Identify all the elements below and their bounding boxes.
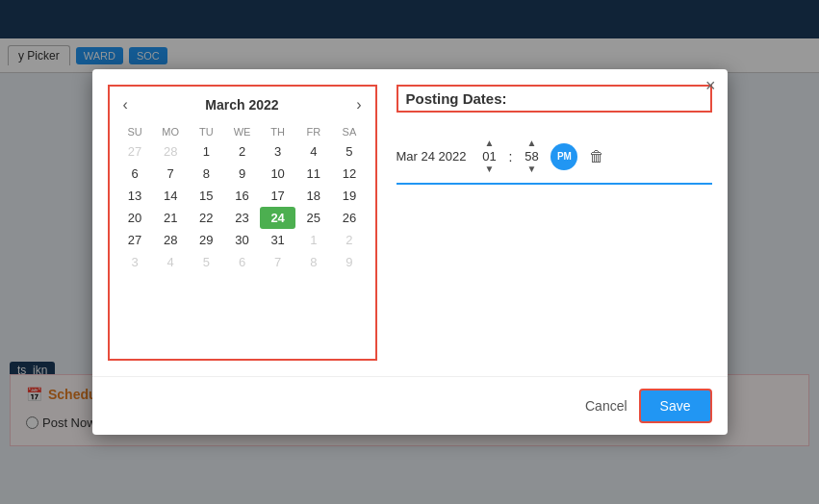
calendar-day[interactable]: 31 [260,229,295,251]
calendar-day[interactable]: 7 [260,251,295,273]
delete-icon[interactable]: 🗑 [589,148,604,165]
calendar-row: 3456789 [117,251,368,273]
calendar-day[interactable]: 1 [295,229,331,251]
calendar-day[interactable]: 3 [260,140,295,163]
calendar-row: 13141516171819 [117,185,368,207]
calendar-day[interactable]: 5 [331,140,367,163]
hour-value: 01 [478,149,501,164]
minute-spinner: ▲ 58 ▼ [520,138,543,175]
calendar-nav: ‹ March 2022 › [117,94,368,115]
col-tu: TU [189,123,224,140]
calendar-grid: SU MO TU WE TH FR SA 2728123456789101112… [117,123,368,273]
calendar-day[interactable]: 2 [224,140,260,163]
calendar-day[interactable]: 19 [331,185,367,207]
calendar-day[interactable]: 28 [153,140,189,163]
calendar-row: 6789101112 [117,163,368,185]
calendar-day[interactable]: 24 [260,207,295,229]
calendar-day[interactable]: 27 [117,229,153,251]
calendar-day[interactable]: 12 [331,163,367,185]
calendar-day[interactable]: 6 [224,251,260,273]
col-th: TH [260,123,295,140]
calendar-day[interactable]: 28 [153,229,189,251]
modal-body: ‹ March 2022 › SU MO TU WE TH FR SA [92,69,728,376]
calendar-day[interactable]: 5 [189,251,224,273]
minute-value: 58 [520,149,543,164]
calendar-day[interactable]: 9 [224,163,260,185]
hour-up-button[interactable]: ▲ [482,138,498,149]
calendar-day[interactable]: 2 [331,229,367,251]
calendar-section: ‹ March 2022 › SU MO TU WE TH FR SA [108,85,377,361]
col-mo: MO [153,123,189,140]
calendar-month-year: March 2022 [205,97,278,113]
next-month-button[interactable]: › [350,96,367,113]
calendar-day[interactable]: 15 [189,185,224,207]
calendar-day[interactable]: 7 [153,163,189,185]
hour-spinner: ▲ 01 ▼ [478,138,501,175]
calendar-day[interactable]: 25 [295,207,331,229]
calendar-header-row: SU MO TU WE TH FR SA [117,123,368,140]
calendar-day[interactable]: 10 [260,163,295,185]
modal-footer: Cancel Save [92,376,728,435]
datetime-row: Mar 24 2022 ▲ 01 ▼ : ▲ 58 ▼ PM 🗑 [397,130,712,185]
datetime-date: Mar 24 2022 [397,149,467,164]
calendar-day[interactable]: 17 [260,185,295,207]
calendar-day[interactable]: 16 [224,185,260,207]
save-button[interactable]: Save [639,389,712,423]
time-colon: : [509,149,513,164]
calendar-day[interactable]: 29 [189,229,224,251]
calendar-day[interactable]: 14 [153,185,189,207]
posting-dates-label: Posting Dates: [397,85,712,113]
calendar-day[interactable]: 22 [189,207,224,229]
calendar-day[interactable]: 23 [224,207,260,229]
prev-month-button[interactable]: ‹ [117,96,134,113]
col-su: SU [117,123,153,140]
calendar-day[interactable]: 8 [295,251,331,273]
calendar-day[interactable]: 13 [117,185,153,207]
calendar-day[interactable]: 30 [224,229,260,251]
col-we: WE [224,123,260,140]
minute-down-button[interactable]: ▼ [524,164,539,175]
modal-dialog: × ‹ March 2022 › SU MO TU WE [92,69,728,435]
calendar-day[interactable]: 6 [117,163,153,185]
calendar-day[interactable]: 1 [189,140,224,163]
col-fr: FR [295,123,331,140]
calendar-day[interactable]: 27 [117,140,153,163]
calendar-day[interactable]: 4 [295,140,331,163]
calendar-day[interactable]: 9 [331,251,367,273]
calendar-row: 20212223242526 [117,207,368,229]
calendar-day[interactable]: 3 [117,251,153,273]
calendar-day[interactable]: 21 [153,207,189,229]
calendar-day[interactable]: 4 [153,251,189,273]
modal-overlay: × ‹ March 2022 › SU MO TU WE [0,0,819,504]
ampm-badge[interactable]: PM [550,143,577,170]
calendar-day[interactable]: 20 [117,207,153,229]
calendar-row: 272812345 [117,140,368,163]
calendar-day[interactable]: 26 [331,207,367,229]
minute-up-button[interactable]: ▲ [524,138,539,149]
calendar-row: 272829303112 [117,229,368,251]
calendar-day[interactable]: 8 [189,163,224,185]
cancel-button[interactable]: Cancel [585,398,627,414]
close-button[interactable]: × [705,77,716,94]
right-section: Posting Dates: Mar 24 2022 ▲ 01 ▼ : ▲ 58… [397,85,712,361]
calendar-day[interactable]: 11 [295,163,331,185]
col-sa: SA [331,123,367,140]
calendar-day[interactable]: 18 [295,185,331,207]
hour-down-button[interactable]: ▼ [482,164,498,175]
